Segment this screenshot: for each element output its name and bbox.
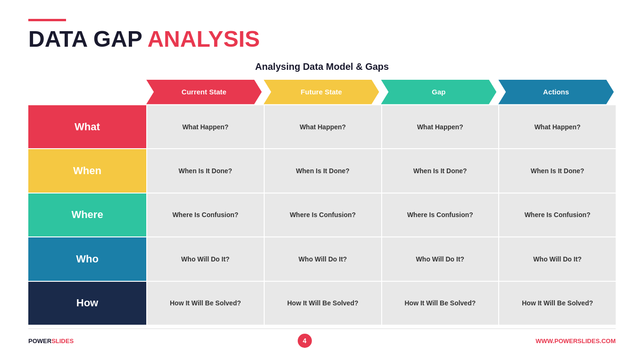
- header-future-state: Future State: [264, 80, 379, 104]
- data-cell: What Happen?: [147, 105, 264, 148]
- data-rows: WhatWhat Happen?What Happen?What Happen?…: [28, 105, 616, 325]
- slide: DATA GAP ANALYSIS Analysing Data Model &…: [0, 0, 644, 362]
- page-number: 4: [298, 334, 312, 348]
- header-current-state: Current State: [146, 80, 262, 104]
- data-cell: When Is It Done?: [499, 149, 616, 192]
- row-label-who: Who: [28, 237, 146, 280]
- data-cell: When Is It Done?: [147, 149, 264, 192]
- data-cell: What Happen?: [499, 105, 616, 148]
- data-cell: Where Is Confusion?: [147, 194, 264, 236]
- table-row: WhenWhen Is It Done?When Is It Done?When…: [28, 149, 616, 192]
- header-actions: Actions: [498, 80, 614, 104]
- data-cell: When Is It Done?: [265, 149, 381, 192]
- data-cell: Where Is Confusion?: [499, 194, 616, 236]
- data-cell: What Happen?: [265, 105, 381, 148]
- footer-url: WWW.POWERSLIDES.COM: [535, 337, 616, 345]
- data-cell: Who Will Do It?: [147, 237, 264, 280]
- data-cell: When Is It Done?: [382, 149, 499, 192]
- footer-slides: SLIDES: [51, 337, 74, 345]
- data-cell: How It Will Be Solved?: [499, 282, 616, 325]
- title-accent-line: [28, 19, 66, 21]
- data-cell: How It Will Be Solved?: [265, 282, 381, 325]
- data-cell: Who Will Do It?: [265, 237, 381, 280]
- data-cell: Who Will Do It?: [499, 237, 616, 280]
- header-gap: Gap: [381, 80, 497, 104]
- data-cell: Where Is Confusion?: [265, 194, 381, 236]
- title-part1: DATA GAP: [28, 26, 147, 51]
- table-row: WhereWhere Is Confusion?Where Is Confusi…: [28, 194, 616, 236]
- data-cell: What Happen?: [382, 105, 499, 148]
- table-row: HowHow It Will Be Solved?How It Will Be …: [28, 282, 616, 325]
- table-row: WhoWho Will Do It?Who Will Do It?Who Wil…: [28, 237, 616, 280]
- data-cell: Who Will Do It?: [382, 237, 499, 280]
- row-label-when: When: [28, 149, 146, 192]
- row-label-how: How: [28, 282, 146, 325]
- data-cell: How It Will Be Solved?: [382, 282, 499, 325]
- footer-branding: POWERSLIDES: [28, 337, 74, 345]
- data-cell: How It Will Be Solved?: [147, 282, 264, 325]
- row-label-what: What: [28, 105, 146, 148]
- footer: POWERSLIDES 4 WWW.POWERSLIDES.COM: [28, 328, 616, 348]
- title-area: DATA GAP ANALYSIS: [28, 19, 616, 52]
- subtitle: Analysing Data Model & Gaps: [28, 61, 616, 72]
- footer-power: POWER: [28, 337, 51, 345]
- main-title: DATA GAP ANALYSIS: [28, 27, 616, 52]
- table-container: Current State Future State Gap Actions W…: [28, 80, 616, 325]
- table-row: WhatWhat Happen?What Happen?What Happen?…: [28, 105, 616, 148]
- title-part2: ANALYSIS: [147, 26, 259, 51]
- header-blank: [28, 80, 146, 104]
- row-label-where: Where: [28, 194, 146, 236]
- data-cell: Where Is Confusion?: [382, 194, 499, 236]
- table-header: Current State Future State Gap Actions: [28, 80, 616, 104]
